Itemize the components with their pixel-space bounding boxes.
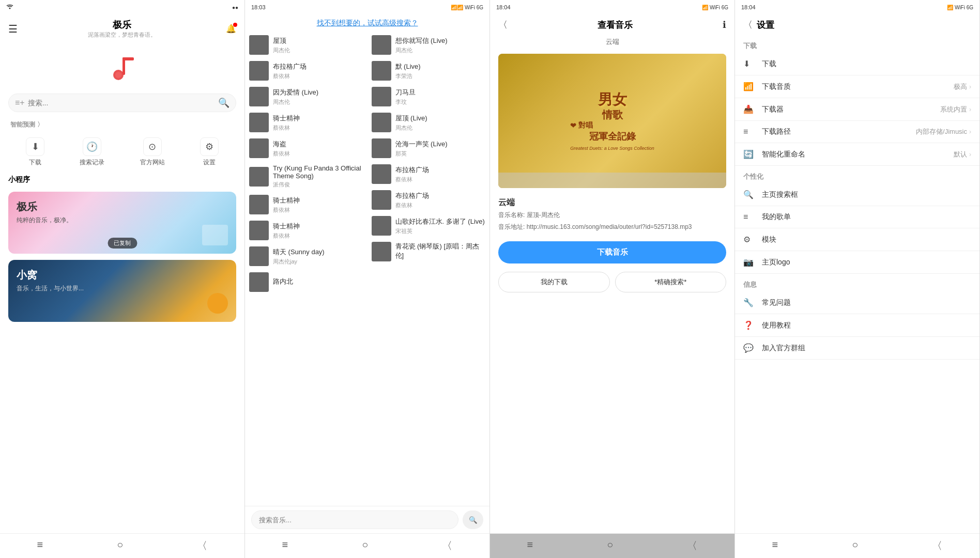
notification-bell[interactable]: 🔔 [226, 24, 236, 34]
thumb [249, 246, 269, 266]
precise-search-button[interactable]: *精确搜索* [615, 272, 727, 292]
search-bar[interactable]: ≡+ 🔍 [8, 94, 236, 112]
nav-menu[interactable]: ≡ [772, 539, 778, 553]
song-info: 刀马旦 李玟 [395, 88, 486, 106]
song-info: 骑士精神 蔡依林 [273, 196, 363, 214]
list-item[interactable]: 沧海一声笑 (Live) 那英 [368, 135, 490, 161]
p1-title-block: 极乐 泥落画梁空，梦想青春语。 [18, 19, 226, 39]
list-item[interactable]: 骑士精神 蔡依林 [245, 192, 368, 218]
settings-item-faq[interactable]: 🔧 常见问题 [735, 291, 979, 314]
section-info: 信息 [735, 274, 979, 291]
list-item[interactable]: 屋顶 周杰伦 [245, 32, 368, 58]
nav-back[interactable]: 〈 [932, 539, 942, 553]
settings-item-logo[interactable]: 📷 主页logo [735, 251, 979, 274]
settings-item-searchbar[interactable]: 🔍 主页搜索框 [735, 183, 979, 206]
searchbar-icon: 🔍 [743, 190, 758, 199]
list-item[interactable]: 因为爱情 (Live) 周杰伦 [245, 84, 368, 110]
download-music-button[interactable]: 下载音乐 [498, 241, 726, 264]
p2-header: 找不到想要的，试试高级搜索？ [245, 14, 489, 32]
back-icon[interactable]: 〈 [498, 19, 508, 31]
miniprog-title: 小程序 [0, 171, 244, 189]
panel-view-music: 18:04 📶 WiFi 6G 〈 查看音乐 ℹ 云端 男女 情歌 ❤對唱 冠軍… [490, 0, 735, 558]
song-info: 路内北 [273, 277, 363, 287]
song-cloud-label: 云端 [498, 197, 726, 208]
nav-menu[interactable]: ≡ [527, 539, 533, 553]
nav-back[interactable]: 〈 [197, 539, 207, 553]
settings-action[interactable]: ⚙ 设置 [200, 137, 219, 167]
svg-point-2 [115, 72, 121, 78]
playlist-icon: ≡ [743, 212, 758, 222]
list-item[interactable]: 默 (Live) 李荣浩 [368, 58, 490, 84]
settings-item-modules[interactable]: ⚙ 模块 [735, 228, 979, 251]
settings-item-tutorial[interactable]: ❓ 使用教程 [735, 314, 979, 337]
panel-settings: 18:04 📶 WiFi 6G 〈 设置 下载 ⬇ 下载 📶 下载音质 极高 ›… [735, 0, 980, 558]
list-item[interactable]: 晴天 (Sunny day) 周杰伦jay [245, 243, 368, 269]
bottom-nav-3: ≡ ○ 〈 [490, 533, 734, 558]
nav-back[interactable]: 〈 [442, 539, 452, 553]
card1-decoration [202, 225, 228, 245]
menu-icon[interactable]: ☰ [8, 23, 18, 35]
song-info: 晴天 (Sunny day) 周杰伦jay [273, 247, 363, 266]
list-item[interactable]: 屋顶 (Live) 周杰伦 [368, 110, 490, 135]
history-action[interactable]: 🕐 搜索记录 [80, 137, 104, 167]
nav-home[interactable]: ○ [852, 539, 858, 553]
my-download-button[interactable]: 我的下载 [498, 272, 610, 292]
jile-card-text: 极乐 纯粹的音乐，极净。 [17, 200, 72, 225]
settings-back-icon[interactable]: 〈 [743, 19, 753, 31]
list-item[interactable]: 布拉格广场 蔡依林 [245, 58, 368, 84]
settings-item-quality[interactable]: 📶 下载音质 极高 › [735, 75, 979, 98]
modules-icon: ⚙ [743, 235, 758, 244]
list-item[interactable]: Try (Kung Fu Panda 3 Official Theme Song… [245, 161, 368, 192]
thumb [372, 164, 391, 184]
settings-item-group[interactable]: 💬 加入官方群组 [735, 337, 979, 360]
bottom-nav-2: ≡ ○ 〈 [245, 533, 489, 558]
list-item[interactable]: 骑士精神 蔡依林 [245, 218, 368, 243]
list-item[interactable]: 布拉格广场 蔡依林 [368, 187, 490, 213]
search-submit-button[interactable]: 🔍 [463, 510, 483, 529]
nav-home[interactable]: ○ [607, 539, 613, 553]
download-action[interactable]: ⬇ 下载 [26, 137, 44, 167]
song-info: 布拉格广场 蔡依林 [395, 191, 486, 209]
logo-icon: 📷 [743, 257, 758, 267]
list-item[interactable]: 刀马旦 李玟 [368, 84, 490, 110]
thumb [372, 242, 391, 261]
search-input[interactable] [28, 99, 218, 107]
search-music-input[interactable] [251, 510, 458, 529]
status-bar-3: 18:04 📶 WiFi 6G [490, 0, 734, 14]
official-action[interactable]: ⊙ 官方网站 [140, 137, 165, 167]
list-item[interactable]: 路内北 [245, 269, 368, 295]
advanced-search-link[interactable]: 找不到想要的，试试高级搜索？ [317, 19, 418, 28]
list-item[interactable]: 布拉格广场 蔡依林 [368, 161, 490, 187]
cloud-tag: 云端 [490, 35, 734, 49]
list-item[interactable]: 想你就写信 (Live) 周杰伦 [368, 32, 490, 58]
list-item[interactable]: 海盗 蔡依林 [245, 135, 368, 161]
status-bar-4: 18:04 📶 WiFi 6G [735, 0, 979, 14]
song-info: 想你就写信 (Live) 周杰伦 [395, 36, 486, 54]
settings-item-path[interactable]: ≡ 下载路径 内部存储/Jimusic › [735, 121, 979, 143]
status-bar-1: ●● [0, 0, 244, 14]
nav-menu[interactable]: ≡ [37, 539, 43, 553]
settings-item-download[interactable]: ⬇ 下载 [735, 53, 979, 75]
settings-item-rename[interactable]: 🔄 智能化重命名 默认 › [735, 143, 979, 166]
status-icons-4: 📶 WiFi 6G [947, 5, 973, 10]
nav-back[interactable]: 〈 [687, 539, 697, 553]
nav-home[interactable]: ○ [362, 539, 368, 553]
thumb [249, 272, 269, 292]
chevron-icon: › [969, 151, 971, 158]
jile-card[interactable]: 极乐 纯粹的音乐，极净。 已复制 [8, 192, 236, 254]
list-item[interactable]: 骑士精神 蔡依林 [245, 110, 368, 135]
rename-icon: 🔄 [743, 149, 758, 159]
xiaowo-card[interactable]: 小窝 音乐，生活，与小世界... [8, 260, 236, 322]
nav-menu[interactable]: ≡ [282, 539, 288, 553]
settings-item-downloader[interactable]: 📥 下载器 系统内置 › [735, 98, 979, 121]
nav-home[interactable]: ○ [117, 539, 123, 553]
music-logo-icon [107, 53, 138, 84]
list-item[interactable]: 青花瓷 (钢琴版) [原唱：周杰伦] [368, 239, 490, 265]
settings-item-playlist[interactable]: ≡ 我的歌单 [735, 206, 979, 228]
song-info: Try (Kung Fu Panda 3 Official Theme Song… [273, 164, 363, 189]
search-icon[interactable]: 🔍 [218, 97, 229, 109]
song-col-left: 屋顶 周杰伦 布拉格广场 蔡依林 因为爱情 (Live) 周杰伦 [245, 32, 368, 506]
info-icon[interactable]: ℹ [723, 19, 726, 30]
list-item[interactable]: 山歌好比春江水. 多谢了 (Live) 宋祖英 [368, 213, 490, 239]
song-info: 沧海一声笑 (Live) 那英 [395, 140, 486, 158]
